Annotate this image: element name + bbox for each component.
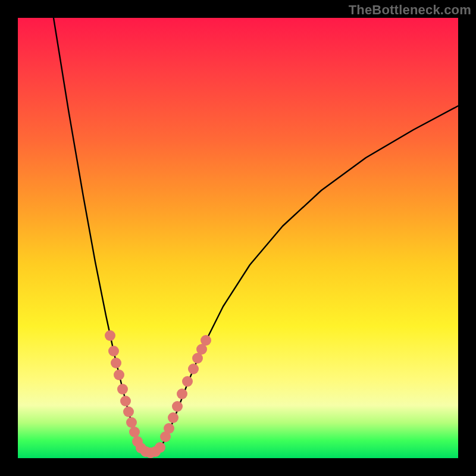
data-marker — [117, 384, 128, 394]
curve-layer — [18, 18, 458, 458]
data-marker — [129, 427, 140, 437]
chart-frame: TheBottleneck.com — [0, 0, 476, 476]
data-marker — [155, 442, 165, 453]
data-marker — [123, 406, 134, 417]
data-marker — [188, 364, 199, 374]
bottleneck-curve — [54, 18, 458, 453]
data-marker — [126, 417, 137, 428]
data-marker — [182, 376, 193, 387]
data-marker — [177, 389, 187, 399]
data-marker — [111, 358, 121, 368]
marker-layer — [105, 330, 211, 458]
data-marker — [168, 412, 178, 423]
data-marker — [172, 401, 183, 412]
data-marker — [164, 423, 174, 434]
data-marker — [120, 396, 131, 406]
watermark-label: TheBottleneck.com — [349, 2, 471, 18]
plot-area — [18, 18, 458, 458]
data-marker — [114, 369, 124, 380]
data-marker — [201, 335, 211, 346]
data-marker — [105, 330, 115, 341]
data-marker — [108, 346, 119, 356]
